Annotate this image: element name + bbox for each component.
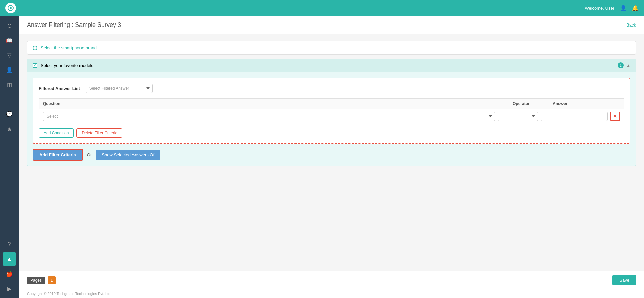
user-icon[interactable]: 👤	[620, 5, 627, 11]
add-filter-criteria-button[interactable]: Add Filter Criteria	[33, 149, 83, 161]
question-text-2: Select your favorite models	[41, 63, 93, 68]
sidebar-item-play[interactable]: ▶	[3, 282, 16, 295]
footer-bottom: Copyright © 2019 Techgrains Technologies…	[19, 289, 644, 298]
filtered-answer-dropdown[interactable]: Select Filtered Answer	[86, 84, 153, 93]
sidebar-item-help[interactable]: ?	[3, 238, 16, 251]
copyright-text: Copyright © 2019 Techgrains Technologies…	[27, 292, 111, 296]
sidebar: ⊙ 📖 ▽ 👤 ◫ □ 💬 ⊕ ? ▲ 🍎 ▶	[0, 16, 19, 298]
add-condition-button[interactable]: Add Condition	[39, 128, 74, 138]
page-title: Answer Filtering : Sample Survey 3	[27, 21, 121, 29]
hamburger-icon[interactable]: ≡	[21, 5, 25, 12]
sidebar-item-square[interactable]: □	[3, 93, 16, 106]
checkbox-icon-2	[33, 63, 37, 68]
pages-section: Pages 1	[27, 276, 56, 284]
bottom-buttons: Add Filter Criteria Or Show Selected Ans…	[33, 149, 630, 161]
filter-criteria-box: Filtered Answer List Select Filtered Ans…	[33, 78, 630, 144]
main-layout: ⊙ 📖 ▽ 👤 ◫ □ 💬 ⊕ ? ▲ 🍎 ▶ Answer Filtering…	[0, 16, 644, 298]
content-area: Answer Filtering : Sample Survey 3 Back …	[19, 16, 644, 298]
filtered-answer-label: Filtered Answer List	[39, 86, 80, 91]
top-navbar: ≡ Welcome, User 👤 🔔	[0, 0, 644, 16]
filter-count-badge: 1	[618, 62, 624, 68]
sidebar-item-alert[interactable]: ▲	[3, 252, 16, 266]
nav-left: ≡	[5, 3, 25, 13]
collapse-chevron-icon[interactable]: ▲	[626, 63, 630, 68]
expanded-header-2: Select your favorite models 1 ▲	[27, 59, 636, 72]
welcome-text: Welcome, User	[585, 6, 614, 11]
question-select-dropdown[interactable]: Select	[43, 112, 495, 121]
back-button[interactable]: Back	[626, 22, 636, 28]
sidebar-item-dashboard[interactable]: ⊙	[3, 19, 16, 32]
expanded-header-right: 1 ▲	[618, 62, 630, 68]
col-header-operator: Operator	[513, 101, 553, 106]
filter-table-header: Question Operator Answer	[39, 98, 624, 109]
col-header-question: Question	[43, 101, 513, 106]
sidebar-item-apple[interactable]: 🍎	[3, 267, 16, 281]
sidebar-item-book[interactable]: 📖	[3, 34, 16, 47]
sidebar-item-person[interactable]: 👤	[3, 63, 16, 77]
logo[interactable]	[5, 3, 16, 13]
filter-row-1: Select ✕	[39, 109, 624, 124]
filter-header: Filtered Answer List Select Filtered Ans…	[39, 84, 624, 93]
radio-icon-1	[33, 46, 37, 50]
filter-section: Filtered Answer List Select Filtered Ans…	[27, 72, 636, 166]
sidebar-item-chat[interactable]: 💬	[3, 107, 16, 121]
footer-bar: Pages 1 Save	[19, 271, 644, 289]
sidebar-item-layers[interactable]: ◫	[3, 78, 16, 91]
expanded-question-2: Select your favorite models 1 ▲ Filtered…	[27, 59, 636, 166]
delete-row-button[interactable]: ✕	[610, 112, 620, 121]
col-header-answer: Answer	[553, 101, 620, 106]
or-text: Or	[87, 152, 92, 157]
page-number-1[interactable]: 1	[48, 276, 56, 284]
operator-dropdown[interactable]	[498, 112, 538, 121]
pages-label: Pages	[27, 277, 45, 284]
question-item-1: Select the smartphone brand	[27, 41, 636, 55]
save-button[interactable]: Save	[612, 275, 636, 285]
nav-right: Welcome, User 👤 🔔	[585, 5, 639, 11]
scroll-content: Select the smartphone brand Select your …	[19, 34, 644, 271]
answer-input[interactable]	[541, 112, 608, 121]
bell-icon[interactable]: 🔔	[632, 5, 639, 11]
question-text-1: Select the smartphone brand	[41, 45, 97, 50]
filter-actions: Add Condition Delete Filter Criteria	[39, 128, 624, 138]
svg-point-1	[10, 7, 12, 9]
sidebar-item-globe[interactable]: ⊕	[3, 122, 16, 136]
page-header: Answer Filtering : Sample Survey 3 Back	[19, 16, 644, 34]
sidebar-item-filter[interactable]: ▽	[3, 48, 16, 62]
show-selected-answers-button[interactable]: Show Selected Answers Of	[96, 150, 160, 160]
expanded-header-left: Select your favorite models	[33, 63, 93, 68]
delete-filter-button[interactable]: Delete Filter Criteria	[76, 128, 122, 138]
